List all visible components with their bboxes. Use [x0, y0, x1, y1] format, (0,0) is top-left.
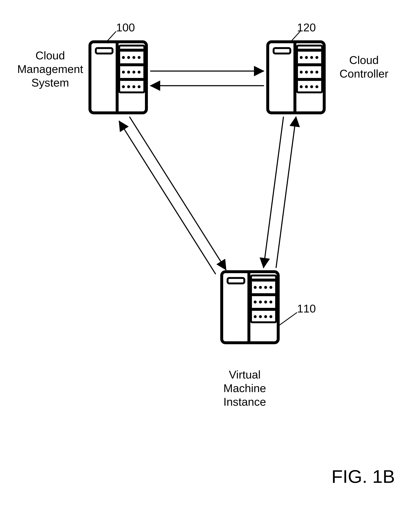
arrow-cms-to-vmi — [130, 117, 226, 270]
figure-caption: FIG. 1B — [332, 466, 395, 487]
arrow-cc-to-vmi — [264, 117, 284, 267]
diagram-canvas: Cloud Management System Cloud Controller… — [0, 0, 420, 506]
server-icon-cms — [90, 42, 146, 113]
leader-cms — [106, 31, 116, 43]
arrow-vmi-to-cc — [276, 117, 296, 267]
server-icon-vmi — [222, 272, 278, 343]
label-cc: Cloud Controller — [331, 53, 397, 80]
refnum-cms: 100 — [116, 21, 135, 34]
arrow-vmi-to-cms — [119, 121, 216, 274]
refnum-vmi: 110 — [297, 302, 316, 315]
leader-vmi — [278, 313, 297, 326]
label-cms: Cloud Management System — [13, 49, 88, 89]
refnum-cc: 120 — [297, 21, 316, 34]
server-icon-cc — [268, 42, 324, 113]
label-vmi: Virtual Machine Instance — [213, 368, 276, 408]
